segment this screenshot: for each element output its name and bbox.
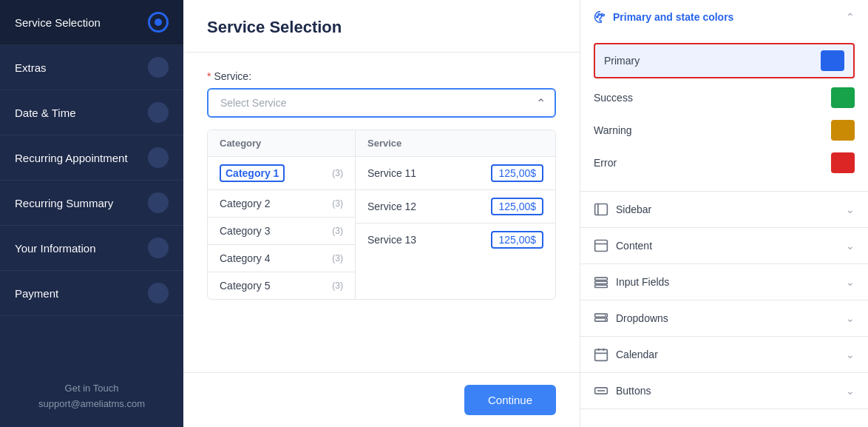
main-body: *Service: Select Service ⌃ Category Serv… (183, 53, 580, 372)
panel-item-input-fields-left: Input Fields (594, 275, 669, 289)
panel-item-sidebar-label: Sidebar (616, 204, 651, 215)
category-count-3: (3) (332, 226, 343, 236)
main-footer: Continue (183, 372, 580, 427)
color-label-warning: Warning (594, 124, 632, 136)
right-panel: Primary and state colors ⌃ Primary Succe… (580, 0, 868, 427)
panel-item-content[interactable]: Content ⌄ (580, 228, 868, 264)
service-name-11: Service 11 (367, 167, 416, 179)
service-row-12[interactable]: Service 12 125,00$ (356, 190, 555, 223)
color-label-primary: Primary (604, 55, 640, 67)
sidebar-circle-payment (148, 283, 169, 303)
category-count-1: (3) (332, 168, 343, 178)
svg-point-0 (597, 16, 598, 18)
footer-get-in-touch: Get in Touch (15, 381, 169, 397)
category-row-1[interactable]: Category 1 (3) (208, 157, 355, 190)
category-name-1: Category 1 (220, 164, 285, 182)
sidebar-footer: Get in Touch support@ameliatms.com (0, 366, 183, 427)
service-table: Category Service Category 1 (3) Category… (207, 130, 556, 300)
panel-item-input-fields-label: Input Fields (616, 276, 669, 288)
buttons-chevron: ⌄ (846, 385, 855, 397)
content-panel-icon (594, 238, 608, 253)
page-title: Service Selection (207, 18, 556, 37)
color-label-error: Error (594, 157, 617, 169)
svg-point-1 (598, 14, 600, 16)
calendar-chevron: ⌄ (846, 349, 855, 360)
color-swatch-warning[interactable] (831, 120, 855, 141)
panel-item-dropdowns-label: Dropdowns (616, 312, 668, 324)
service-name-13: Service 13 (367, 234, 416, 246)
continue-button[interactable]: Continue (464, 385, 556, 415)
category-row-5[interactable]: Category 5 (3) (208, 272, 355, 299)
sidebar-circle-your-information (148, 238, 169, 258)
panel-item-calendar-left: Calendar (594, 347, 658, 362)
category-row-3[interactable]: Category 3 (3) (208, 218, 355, 245)
panel-item-buttons-label: Buttons (616, 385, 651, 397)
category-name-5: Category 5 (220, 280, 270, 292)
sidebar-panel-icon (594, 202, 608, 217)
service-select-wrapper: Select Service ⌃ (207, 88, 556, 118)
sidebar-item-recurring-appointment[interactable]: Recurring Appointment (0, 135, 183, 181)
main-header: Service Selection (183, 0, 580, 53)
sidebar: Service Selection Extras Date & Time Rec… (0, 0, 183, 427)
color-swatch-success[interactable] (831, 87, 855, 108)
service-column: Service 11 125,00$ Service 12 125,00$ Se… (356, 157, 555, 299)
dropdowns-chevron: ⌄ (846, 312, 855, 324)
service-row-13[interactable]: Service 13 125,00$ (356, 223, 555, 256)
dropdowns-icon (594, 311, 608, 326)
panel-section-colors-header[interactable]: Primary and state colors ⌃ (580, 0, 868, 34)
sidebar-circle-extras (148, 57, 169, 78)
color-row-success: Success (594, 81, 855, 114)
panel-section-colors-title: Primary and state colors (594, 10, 733, 24)
sidebar-item-service-selection[interactable]: Service Selection (0, 0, 183, 45)
sidebar-panel-chevron: ⌄ (846, 204, 855, 215)
sidebar-item-payment[interactable]: Payment (0, 271, 183, 316)
colors-section-chevron: ⌃ (846, 11, 855, 23)
svg-rect-7 (595, 278, 608, 280)
color-row-warning: Warning (594, 114, 855, 147)
panel-item-buttons-left: Buttons (594, 383, 651, 398)
category-row-4[interactable]: Category 4 (3) (208, 245, 355, 272)
sidebar-circle-recurring-appointment (148, 147, 169, 168)
service-price-11: 125,00$ (491, 164, 543, 182)
input-fields-chevron: ⌄ (846, 276, 855, 288)
main-content: Service Selection *Service: Select Servi… (183, 0, 580, 427)
svg-point-2 (601, 14, 603, 16)
service-price-12: 125,00$ (491, 198, 543, 215)
panel-item-dropdowns[interactable]: Dropdowns ⌄ (580, 300, 868, 337)
sidebar-item-recurring-summary[interactable]: Recurring Summary (0, 181, 183, 226)
category-name-4: Category 4 (220, 252, 270, 264)
svg-rect-14 (595, 349, 608, 360)
service-field-label: *Service: (207, 70, 556, 82)
colors-section-label: Primary and state colors (613, 11, 733, 23)
category-row-2[interactable]: Category 2 (3) (208, 190, 355, 218)
category-name-3: Category 3 (220, 225, 270, 237)
panel-item-input-fields[interactable]: Input Fields ⌄ (580, 264, 868, 300)
panel-item-content-label: Content (616, 240, 652, 252)
category-name-2: Category 2 (220, 198, 270, 209)
sidebar-item-your-information[interactable]: Your Information (0, 226, 183, 271)
service-row-11[interactable]: Service 11 125,00$ (356, 157, 555, 190)
sidebar-item-date-time[interactable]: Date & Time (0, 90, 183, 135)
svg-rect-5 (595, 241, 608, 252)
sidebar-item-extras[interactable]: Extras (0, 45, 183, 90)
panel-item-calendar[interactable]: Calendar ⌄ (580, 337, 868, 373)
sidebar-circle-date-time (148, 102, 169, 123)
color-swatch-error[interactable] (831, 152, 855, 173)
color-swatch-primary[interactable] (821, 50, 844, 71)
panel-item-content-left: Content (594, 238, 652, 253)
color-row-primary: Primary (594, 43, 855, 78)
color-row-error: Error (594, 147, 855, 179)
buttons-panel-icon (594, 383, 608, 398)
color-label-success: Success (594, 92, 633, 104)
category-count-4: (3) (332, 253, 343, 263)
panel-section-colors: Primary and state colors ⌃ Primary Succe… (580, 0, 868, 192)
service-select[interactable]: Select Service (207, 88, 556, 118)
required-star: * (207, 70, 211, 82)
panel-item-sidebar[interactable]: Sidebar ⌄ (580, 192, 868, 228)
svg-rect-3 (595, 204, 608, 215)
service-price-13: 125,00$ (491, 231, 543, 249)
panel-item-buttons[interactable]: Buttons ⌄ (580, 373, 868, 409)
input-fields-icon (594, 275, 608, 289)
category-column: Category 1 (3) Category 2 (3) Category 3… (208, 157, 356, 299)
panel-item-calendar-label: Calendar (616, 349, 658, 360)
